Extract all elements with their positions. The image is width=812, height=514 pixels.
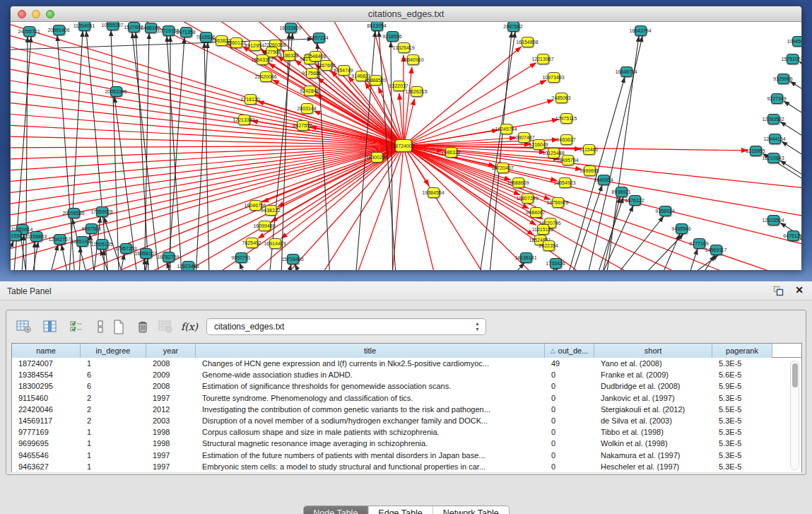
network-node[interactable]: 6576122 xyxy=(629,195,641,206)
column-visibility-icon[interactable] xyxy=(41,317,59,336)
network-node[interactable]: 20691406 xyxy=(53,25,65,35)
column-header-in_degree[interactable]: in_degree xyxy=(81,344,146,358)
network-node[interactable]: 8215955 xyxy=(750,146,762,156)
network-window-titlebar[interactable]: citations_edges.txt xyxy=(11,6,801,22)
column-header-title[interactable]: title xyxy=(196,344,545,358)
network-node[interactable]: 9218596 xyxy=(387,31,399,42)
network-node[interactable]: 13626215 xyxy=(411,86,423,97)
table-mode-icon[interactable] xyxy=(15,317,33,336)
network-node[interactable]: 8813054 xyxy=(371,22,383,31)
network-window[interactable]: citations_edges.txt 88601238912954222603… xyxy=(10,6,802,270)
network-node[interactable]: 7986322 xyxy=(445,147,457,158)
network-node[interactable]: 9329966 xyxy=(777,74,789,84)
network-node[interactable]: 11548408 xyxy=(310,51,322,62)
network-node[interactable]: 9175685 xyxy=(306,68,318,78)
network-node[interactable]: 19756928 xyxy=(552,197,564,208)
network-node[interactable]: 8186328 xyxy=(283,50,295,61)
network-node[interactable]: 9097588 xyxy=(86,223,98,234)
network-node[interactable]: 9115460 xyxy=(583,144,595,155)
network-node[interactable]: 7463822 xyxy=(216,35,228,46)
network-node[interactable]: 13325419 xyxy=(398,42,410,53)
vertical-scrollbar[interactable] xyxy=(790,361,799,470)
network-node[interactable]: 16648784 xyxy=(620,66,632,77)
network-node[interactable]: 16245744 xyxy=(500,124,512,134)
network-node[interactable]: 11354061 xyxy=(78,22,90,31)
network-node[interactable]: 12103504 xyxy=(767,215,779,226)
network-node[interactable]: 10688609 xyxy=(512,177,524,188)
network-node[interactable]: 11615132 xyxy=(537,224,549,235)
network-node[interactable]: 10973493 xyxy=(548,72,560,83)
table-select-dropdown[interactable]: citations_edges.txt ▲▼ xyxy=(206,318,486,335)
network-node[interactable]: 1733426 xyxy=(550,258,562,269)
table-row[interactable]: 1830029562008Estimation of significance … xyxy=(12,380,801,392)
network-node[interactable]: 19654923 xyxy=(559,177,571,188)
network-node[interactable]: 2367608 xyxy=(320,60,332,71)
network-node[interactable]: 8427552 xyxy=(297,120,309,131)
new-column-icon[interactable] xyxy=(110,317,128,336)
network-node[interactable]: 15751074 xyxy=(787,54,799,64)
row-pair-icon[interactable] xyxy=(91,317,110,336)
network-node[interactable]: 3915941 xyxy=(11,230,21,241)
column-header-year[interactable]: year xyxy=(146,344,196,358)
tab-edge-table[interactable]: Edge Table xyxy=(368,506,433,514)
table-row[interactable]: 969969511998Structural magnetic resonanc… xyxy=(12,438,801,449)
network-node[interactable]: 20206536 xyxy=(68,208,80,218)
network-node[interactable]: 12093582 xyxy=(767,114,779,124)
column-checklist-icon[interactable] xyxy=(67,317,86,336)
network-node[interactable]: 12213389 xyxy=(238,115,250,125)
network-node[interactable]: 14569117 xyxy=(710,245,722,255)
network-node[interactable]: 9484067 xyxy=(530,207,542,218)
column-header-out_de[interactable]: △out_de... xyxy=(545,344,594,358)
network-node[interactable]: 10719155 xyxy=(163,25,175,36)
network-node[interactable]: 20053346 xyxy=(110,86,122,97)
network-node[interactable]: 10125488 xyxy=(548,148,560,158)
network-node[interactable]: 6216049 xyxy=(533,139,545,150)
network-node[interactable]: 18300295 xyxy=(371,152,383,163)
network-node[interactable]: 9699695 xyxy=(584,165,596,176)
table-row[interactable]: 2242004622012Investigating the contribut… xyxy=(12,404,801,415)
table-row[interactable]: 977716911998Corpus callosum shape and si… xyxy=(12,426,801,438)
network-node[interactable]: 12444134 xyxy=(769,134,781,144)
function-builder-icon[interactable]: f(x) xyxy=(180,317,199,336)
network-node[interactable]: 9857791 xyxy=(235,252,247,263)
network-node[interactable]: 1527602 xyxy=(128,22,140,33)
column-header-pagerank[interactable]: pagerank xyxy=(712,344,772,358)
network-node[interactable]: 16543382 xyxy=(257,54,269,65)
float-window-icon[interactable] xyxy=(773,286,784,296)
network-node[interactable]: 18495794 xyxy=(562,155,574,165)
table-row[interactable]: 1938455462009Genome-wide association stu… xyxy=(12,369,801,380)
network-node[interactable]: 9463627 xyxy=(560,134,572,145)
column-header-short[interactable]: short xyxy=(594,344,712,358)
network-node[interactable]: 17957253 xyxy=(120,243,132,254)
tab-node-table[interactable]: Node Table xyxy=(303,506,368,514)
delete-table-icon[interactable] xyxy=(156,317,175,336)
table-row[interactable]: 1456911722003Disruption of a novel membe… xyxy=(12,415,801,426)
network-node[interactable]: 8860123 xyxy=(230,37,242,48)
network-node[interactable]: 16154808 xyxy=(522,37,534,47)
network-node[interactable]: 2803144 xyxy=(301,103,313,114)
network-node[interactable]: 12505135 xyxy=(96,239,108,250)
network-node[interactable]: 22420046 xyxy=(260,71,272,82)
network-node[interactable]: 2718120 xyxy=(245,94,257,105)
network-node[interactable]: 14136141 xyxy=(520,252,532,263)
table-row[interactable]: 946362711997Embryonic stem cells: a mode… xyxy=(12,461,801,472)
network-node[interactable]: 7485063 xyxy=(555,93,567,103)
network-node[interactable]: 18724007 xyxy=(395,139,412,152)
network-node[interactable]: 7857224 xyxy=(313,33,325,43)
network-node[interactable]: 12975115 xyxy=(560,113,572,124)
network-node[interactable]: 9358924 xyxy=(659,206,671,216)
network-node[interactable]: 16046756 xyxy=(249,200,261,211)
delete-column-icon[interactable] xyxy=(134,317,152,336)
network-node[interactable]: 16099489 xyxy=(259,221,271,231)
table-row[interactable]: 911546021997Tourette syndrome. Phenomeno… xyxy=(12,392,801,404)
network-node[interactable]: 9438222 xyxy=(265,205,277,216)
table-row[interactable]: 946554611997Estimation of the future num… xyxy=(12,450,801,461)
network-node[interactable]: 6476122 xyxy=(787,230,799,241)
network-node[interactable]: 16033809 xyxy=(285,23,297,33)
network-node[interactable]: 6671358 xyxy=(180,27,192,37)
network-node[interactable]: 19384554 xyxy=(428,187,440,198)
network-node[interactable]: 2087682 xyxy=(507,22,519,32)
network-node[interactable]: 16958107 xyxy=(140,248,152,259)
network-node[interactable]: 10655287 xyxy=(107,22,119,30)
network-node[interactable]: 12923488 xyxy=(182,261,194,271)
